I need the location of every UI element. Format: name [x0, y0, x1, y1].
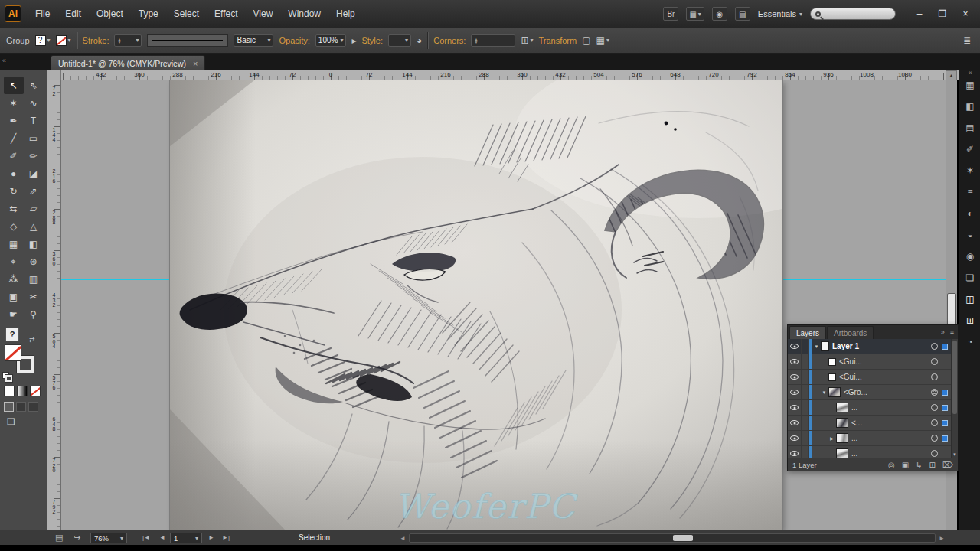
fill-color-control[interactable]: ? ▾: [35, 35, 51, 46]
opacity-stepper[interactable]: 100%▾: [315, 34, 347, 47]
next-artboard-button[interactable]: ►: [208, 534, 214, 541]
layer-row[interactable]: <...: [788, 416, 958, 431]
delete-layer-icon[interactable]: ⌦: [942, 461, 953, 469]
type-tool[interactable]: T: [24, 112, 44, 129]
transform-link[interactable]: Transform: [538, 36, 577, 45]
navigator-panel-icon[interactable]: ◔: [959, 337, 980, 347]
minimize-button[interactable]: –: [910, 7, 929, 21]
screen-mode-button[interactable]: ❏: [7, 416, 15, 427]
make-clipping-mask-icon[interactable]: ▣: [902, 461, 909, 469]
bridge-icon[interactable]: Br: [663, 7, 678, 21]
draw-inside-button[interactable]: [28, 402, 38, 412]
swap-fill-stroke-icon[interactable]: ⇄: [29, 336, 35, 344]
horizontal-ruler[interactable]: 4323602882161447207214421628836043250457…: [61, 70, 959, 80]
menu-effect[interactable]: Effect: [207, 1, 245, 27]
disclosure-toggle[interactable]: ▶: [828, 435, 836, 441]
width-tool[interactable]: ⇆: [4, 200, 24, 217]
appbar-icon-b[interactable]: ▤: [735, 7, 750, 21]
color-panel-icon[interactable]: ▦: [959, 80, 980, 90]
tab-layers[interactable]: Layers: [789, 326, 826, 339]
zoom-level-select[interactable]: 76% ▾: [90, 533, 127, 543]
scroll-down-icon[interactable]: ▼: [952, 452, 958, 457]
visibility-toggle[interactable]: [788, 431, 802, 445]
scale-tool[interactable]: ⇗: [24, 182, 44, 200]
layers-dock-icon[interactable]: ◫: [959, 294, 980, 305]
graphic-styles-panel-icon[interactable]: ❏: [959, 272, 980, 283]
new-sublayer-icon[interactable]: ↳: [916, 461, 922, 469]
appbar-icon-a[interactable]: ◉: [712, 7, 727, 21]
scroll-up-icon[interactable]: ▲: [946, 70, 957, 80]
target-circle[interactable]: [931, 389, 938, 396]
lock-toggle[interactable]: [802, 446, 809, 458]
menu-file[interactable]: File: [28, 1, 57, 27]
guide-line-right[interactable]: [782, 279, 946, 280]
selection-tool[interactable]: ↖: [4, 77, 24, 94]
visibility-toggle[interactable]: [788, 354, 802, 369]
symbols-panel-icon[interactable]: ✶: [959, 165, 980, 176]
stroke-weight-stepper[interactable]: ▲▼▾: [114, 34, 142, 47]
layers-scrollbar[interactable]: ▼: [951, 339, 958, 458]
menu-select[interactable]: Select: [166, 1, 207, 27]
more-options-control[interactable]: ▦▾: [596, 35, 609, 46]
lock-toggle[interactable]: [802, 370, 809, 384]
target-circle[interactable]: [931, 343, 938, 350]
free-transform-tool[interactable]: ▱: [24, 200, 44, 217]
corners-link[interactable]: Corners:: [433, 36, 466, 45]
target-circle[interactable]: [931, 404, 938, 411]
color-button[interactable]: [4, 386, 15, 396]
vertical-scroll-thumb[interactable]: [947, 293, 956, 325]
target-circle[interactable]: [931, 435, 938, 442]
locate-object-icon[interactable]: ◎: [888, 461, 895, 469]
shape-builder-tool[interactable]: ◇: [4, 217, 24, 235]
horizontal-scroll-track[interactable]: [409, 533, 936, 543]
layer-row[interactable]: <Gui...: [788, 370, 958, 385]
hand-tool[interactable]: ☛: [4, 305, 24, 323]
none-button[interactable]: [30, 386, 41, 396]
eyedropper-tool[interactable]: ⌖: [4, 253, 24, 270]
pen-tool[interactable]: ✒: [4, 112, 24, 129]
appearance-panel-icon[interactable]: ◉: [959, 251, 980, 262]
search-box[interactable]: [810, 8, 896, 20]
layers-scroll-thumb[interactable]: [952, 341, 957, 414]
stroke-weight-link[interactable]: Stroke:: [83, 36, 109, 45]
visibility-toggle[interactable]: [788, 339, 802, 354]
gradient-button[interactable]: [17, 386, 28, 396]
target-circle[interactable]: [931, 373, 938, 380]
lock-toggle[interactable]: [802, 416, 809, 430]
direct-selection-tool[interactable]: ⇖: [24, 77, 44, 94]
guide-line-left[interactable]: [61, 279, 170, 280]
paintbrush-tool[interactable]: ✐: [4, 147, 24, 165]
target-circle[interactable]: [931, 450, 938, 457]
lock-toggle[interactable]: [802, 385, 809, 399]
restore-button[interactable]: ❐: [933, 7, 952, 21]
artboard-number-select[interactable]: 1 ▾: [170, 533, 202, 543]
column-graph-tool[interactable]: ▥: [24, 270, 44, 288]
artboards-dock-icon[interactable]: ⊞: [959, 315, 980, 326]
rectangle-tool[interactable]: ▭: [24, 129, 44, 147]
rotate-tool[interactable]: ↻: [4, 182, 24, 200]
style-select[interactable]: ▾: [388, 34, 411, 47]
transparency-panel-icon[interactable]: ◒: [959, 230, 980, 240]
last-artboard-button[interactable]: ►|: [222, 534, 230, 541]
disclosure-toggle[interactable]: ▼: [812, 344, 821, 349]
magic-wand-tool[interactable]: ✶: [4, 94, 24, 112]
document-tab[interactable]: Untitled-1* @ 76% (CMYK/Preview) ×: [51, 55, 205, 70]
mesh-tool[interactable]: ▦: [4, 235, 24, 253]
arrange-documents-icon[interactable]: ▦▾: [686, 7, 704, 21]
slice-tool[interactable]: ✂: [24, 288, 44, 305]
draw-normal-button[interactable]: [4, 402, 14, 412]
lock-toggle[interactable]: [802, 339, 809, 354]
vertical-ruler[interactable]: 7 21 4 42 1 62 8 83 6 04 3 25 0 45 7 66 …: [47, 80, 61, 530]
ruler-origin-corner[interactable]: [47, 70, 61, 80]
opacity-link[interactable]: Opacity:: [279, 36, 309, 45]
draw-behind-button[interactable]: [16, 402, 26, 412]
layer-row[interactable]: ...: [788, 446, 958, 458]
gradient-panel-icon[interactable]: ◐: [959, 208, 980, 219]
visibility-toggle[interactable]: [788, 400, 802, 415]
unknown-tool-icon[interactable]: ?: [5, 328, 19, 341]
new-layer-icon[interactable]: ⊞: [929, 461, 935, 469]
workspace-switcher[interactable]: Essentials▾: [758, 9, 802, 18]
swatches-panel-icon[interactable]: ▤: [959, 122, 980, 133]
brushes-panel-icon[interactable]: ✐: [959, 144, 980, 155]
layer-row[interactable]: ▼<Gro...: [788, 385, 958, 400]
